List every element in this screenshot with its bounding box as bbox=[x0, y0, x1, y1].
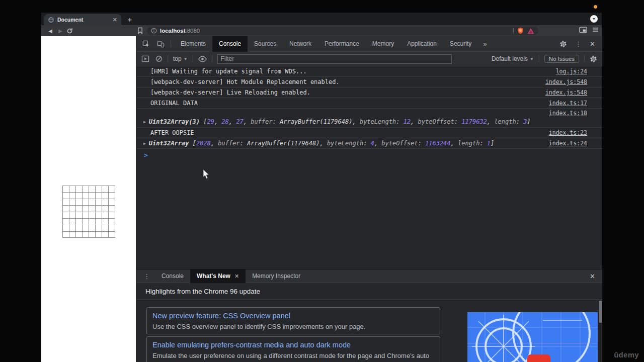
tab-security[interactable]: Security bbox=[443, 36, 478, 52]
log-text: AFTER OOPSIE bbox=[150, 129, 194, 136]
warning-triangle-extension-icon[interactable] bbox=[527, 28, 534, 34]
new-tab-button[interactable]: + bbox=[125, 15, 135, 25]
chevron-down-icon: ▼ bbox=[184, 57, 188, 61]
object-preview[interactable]: Uint32Array(3) [29, 28, 27, buffer: Arra… bbox=[149, 118, 531, 125]
console-settings-gear-icon[interactable] bbox=[590, 55, 597, 63]
console-object-row: index.ts:18 ▶ Uint32Array(3) [29, 28, 27… bbox=[136, 109, 602, 128]
tab-application[interactable]: Application bbox=[400, 36, 443, 52]
expand-arrow-icon[interactable]: ▶ bbox=[143, 120, 146, 124]
drawer-tab-whats-new[interactable]: What's New ✕ bbox=[190, 269, 246, 283]
console-log-row: ORIGINAL DATA index.ts:17 bbox=[136, 98, 602, 109]
tab-close-icon[interactable]: ✕ bbox=[234, 269, 239, 283]
divider bbox=[193, 55, 193, 62]
tab-search-button[interactable]: ▼ bbox=[590, 15, 598, 23]
drawer-tab-label: What's New bbox=[197, 269, 230, 283]
browser-window: Document ✕ + ▼ ◀ ▶ localhost:8080 bbox=[41, 13, 602, 362]
tab-memory[interactable]: Memory bbox=[366, 36, 400, 52]
whats-new-card: New preview feature: CSS Overview panel … bbox=[146, 307, 440, 334]
console-log-row: [webpack-dev-server] Live Reloading enab… bbox=[136, 87, 602, 98]
divider bbox=[513, 28, 514, 34]
divider bbox=[584, 55, 585, 62]
feature-description: Use the CSS overview panel to identify C… bbox=[152, 322, 434, 331]
expand-arrow-icon[interactable]: ▶ bbox=[143, 141, 146, 146]
address-bar[interactable]: localhost:8080 bbox=[147, 27, 538, 35]
console-log-row: [webpack-dev-server] Hot Module Replacem… bbox=[136, 77, 602, 87]
log-text: [webpack-dev-server] Live Reloading enab… bbox=[150, 89, 310, 96]
tab-elements[interactable]: Elements bbox=[174, 36, 212, 52]
chevron-down-icon: ▼ bbox=[530, 57, 534, 61]
feature-description: Emulate the user preference on using a d… bbox=[152, 351, 434, 362]
udemy-watermark: ûdemy bbox=[614, 350, 639, 359]
console-object-row: ▶ Uint32Array [2028, buffer: ArrayBuffer… bbox=[136, 138, 602, 149]
shield-extension-icon[interactable] bbox=[517, 27, 524, 34]
browser-navbar: ◀ ▶ localhost:8080 bbox=[41, 25, 602, 36]
media-router-icon[interactable] bbox=[579, 27, 587, 33]
settings-gear-icon[interactable] bbox=[559, 40, 567, 48]
browser-tab-strip: Document ✕ + ▼ bbox=[41, 13, 602, 25]
console-toolbar: top ▼ Default levels ▼ No Issues bbox=[136, 52, 602, 66]
source-link[interactable]: index.ts:24 bbox=[541, 140, 587, 147]
context-selector[interactable]: top bbox=[173, 55, 182, 62]
console-filter-input[interactable] bbox=[217, 54, 452, 64]
console-log-row: [HMR] Waiting for update signal from WDS… bbox=[136, 66, 602, 77]
source-link[interactable]: index.js:548 bbox=[537, 78, 587, 85]
devtools-panel: Elements Console Sources Network Perform… bbox=[136, 36, 602, 362]
source-link[interactable]: index.ts:23 bbox=[541, 129, 587, 136]
source-link[interactable]: index.ts:18 bbox=[541, 110, 587, 118]
devtools-menu-icon[interactable]: ⋮ bbox=[575, 40, 582, 48]
tab-close-icon[interactable]: ✕ bbox=[113, 17, 117, 23]
live-expression-eye-icon[interactable] bbox=[198, 56, 207, 62]
bookmark-icon[interactable] bbox=[137, 27, 143, 34]
source-link[interactable]: index.js:548 bbox=[537, 89, 587, 96]
clear-console-icon[interactable] bbox=[155, 55, 163, 62]
chrome-blueprint-image bbox=[467, 312, 598, 362]
back-button[interactable]: ◀ bbox=[45, 28, 55, 34]
tab-network[interactable]: Network bbox=[283, 36, 318, 52]
url-port: :8080 bbox=[185, 28, 200, 34]
drawer-menu-icon[interactable]: ⋮ bbox=[136, 273, 155, 280]
browser-menu-icon[interactable] bbox=[592, 27, 599, 33]
chevron-down-icon: ▼ bbox=[592, 17, 596, 21]
console-messages: [HMR] Waiting for update signal from WDS… bbox=[136, 66, 602, 161]
divider bbox=[539, 55, 539, 62]
inspect-element-icon[interactable] bbox=[142, 40, 150, 48]
log-levels-selector[interactable]: Default levels bbox=[492, 55, 528, 62]
console-prompt[interactable]: > bbox=[136, 149, 602, 161]
divider bbox=[168, 55, 168, 62]
divider bbox=[171, 40, 171, 48]
tab-sources[interactable]: Sources bbox=[248, 36, 283, 52]
devtools-close-icon[interactable]: ✕ bbox=[590, 40, 595, 48]
forward-button[interactable]: ▶ bbox=[55, 28, 65, 34]
drawer-tab-memory-inspector[interactable]: Memory Inspector bbox=[246, 269, 307, 283]
tab-performance[interactable]: Performance bbox=[318, 36, 366, 52]
devtools-drawer: ⋮ Console What's New ✕ Memory Inspector … bbox=[136, 269, 602, 362]
source-link[interactable]: log.js:24 bbox=[548, 68, 587, 75]
issues-counter[interactable]: No Issues bbox=[544, 55, 579, 63]
drawer-close-icon[interactable]: ✕ bbox=[590, 273, 602, 280]
feature-link[interactable]: Enable emulating prefers-contrast media … bbox=[152, 341, 434, 349]
scrollbar-thumb[interactable] bbox=[599, 301, 602, 323]
log-text: [HMR] Waiting for update signal from WDS… bbox=[150, 68, 307, 75]
whats-new-heading: Highlights from the Chrome 96 update bbox=[145, 288, 260, 295]
recording-indicator-dot bbox=[594, 5, 597, 9]
site-info-icon[interactable] bbox=[151, 28, 157, 34]
browser-tab[interactable]: Document ✕ bbox=[44, 14, 121, 25]
mouse-cursor bbox=[203, 169, 210, 179]
favicon-globe-icon bbox=[48, 17, 54, 23]
tab-title: Document bbox=[57, 17, 113, 23]
reload-button[interactable] bbox=[66, 28, 76, 34]
log-text: [webpack-dev-server] Hot Module Replacem… bbox=[150, 78, 340, 85]
whats-new-content: New preview feature: CSS Overview panel … bbox=[136, 300, 602, 362]
tab-console[interactable]: Console bbox=[212, 36, 248, 52]
drawer-tab-bar: ⋮ Console What's New ✕ Memory Inspector … bbox=[136, 269, 602, 283]
source-link[interactable]: index.ts:17 bbox=[541, 100, 587, 107]
feature-link[interactable]: New preview feature: CSS Overview panel bbox=[152, 312, 434, 320]
whats-new-card: Enable emulating prefers-contrast media … bbox=[146, 336, 440, 362]
drawer-tab-console[interactable]: Console bbox=[155, 269, 190, 283]
object-preview[interactable]: Uint32Array [2028, buffer: ArrayBuffer(1… bbox=[149, 140, 494, 147]
console-sidebar-icon[interactable] bbox=[141, 55, 149, 62]
device-toolbar-icon[interactable] bbox=[157, 40, 165, 48]
more-tabs-icon[interactable]: » bbox=[478, 40, 492, 48]
screenshot-stage: Document ✕ + ▼ ◀ ▶ localhost:8080 bbox=[0, 0, 644, 362]
page-viewport bbox=[41, 36, 136, 362]
